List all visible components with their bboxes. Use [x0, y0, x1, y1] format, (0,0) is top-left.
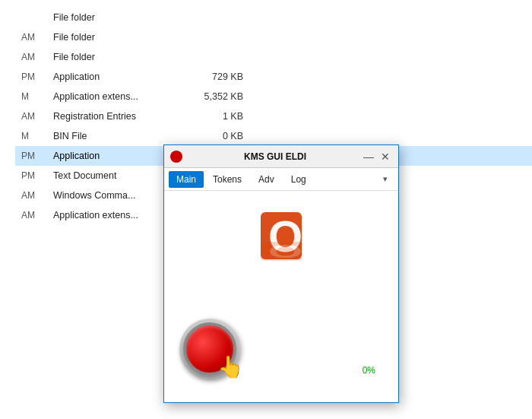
- menu-item-adv[interactable]: Adv: [251, 171, 282, 188]
- file-time: PM: [21, 170, 44, 181]
- file-size: 0 KB: [182, 131, 243, 141]
- file-time: AM: [21, 52, 44, 62]
- file-time: AM: [21, 111, 44, 122]
- close-button[interactable]: ✕: [378, 150, 392, 163]
- menu-dropdown-button[interactable]: ▾: [377, 171, 394, 188]
- finger-icon: 👆: [217, 357, 244, 383]
- kms-menubar: MainTokensAdvLog▾: [164, 168, 398, 191]
- file-row[interactable]: AM Registration Entries 1 KB: [15, 106, 532, 126]
- file-time: AM: [21, 32, 44, 43]
- file-time: PM: [21, 71, 44, 82]
- file-size: 729 KB: [182, 71, 243, 82]
- kms-body: O O 👆 0%: [164, 191, 398, 402]
- file-row[interactable]: AM File folder: [15, 27, 532, 47]
- activate-button[interactable]: 👆: [179, 319, 240, 379]
- file-type: File folder: [53, 12, 182, 23]
- kms-window-title: KMS GUI ELDI: [188, 151, 362, 162]
- menu-item-log[interactable]: Log: [283, 171, 314, 188]
- file-time: AM: [21, 190, 44, 201]
- file-row[interactable]: File folder: [15, 8, 532, 27]
- file-time: M: [21, 91, 44, 102]
- file-type: File folder: [53, 32, 182, 43]
- file-time: M: [21, 131, 44, 141]
- file-size: 1 KB: [182, 111, 243, 122]
- kms-titlebar-icon: [170, 151, 182, 163]
- kms-titlebar-controls: — ✕: [362, 150, 392, 163]
- file-type: File folder: [53, 52, 182, 62]
- file-type: Application: [53, 71, 182, 82]
- kms-window: KMS GUI ELDI — ✕ MainTokensAdvLog▾ O O: [163, 144, 399, 403]
- minimize-button[interactable]: —: [362, 150, 375, 163]
- progress-text: 0%: [363, 365, 375, 376]
- kms-titlebar: KMS GUI ELDI — ✕: [164, 145, 398, 168]
- file-type: Application extens...: [53, 91, 182, 102]
- menu-item-main[interactable]: Main: [169, 171, 204, 188]
- file-time: PM: [21, 151, 44, 161]
- office-logo-container: O O: [243, 206, 319, 282]
- svg-text:O: O: [268, 241, 302, 261]
- menu-item-tokens[interactable]: Tokens: [205, 171, 249, 188]
- file-row[interactable]: M Application extens... 5,352 KB: [15, 87, 532, 106]
- file-type: Registration Entries: [53, 111, 182, 122]
- file-row[interactable]: AM File folder: [15, 47, 532, 67]
- file-row[interactable]: PM Application 729 KB: [15, 67, 532, 87]
- file-type: BIN File: [53, 131, 182, 141]
- file-size: 5,352 KB: [182, 91, 243, 102]
- office-logo: O O: [247, 206, 315, 282]
- file-time: AM: [21, 210, 44, 221]
- activate-area: 👆: [179, 319, 240, 379]
- file-row[interactable]: M BIN File 0 KB: [15, 126, 532, 146]
